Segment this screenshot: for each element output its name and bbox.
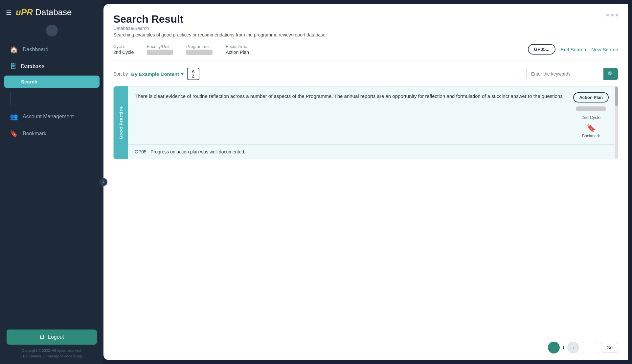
sidebar-item-account[interactable]: 👥 Account Management [4, 109, 100, 125]
faculty-value [147, 50, 173, 55]
programme-label: Programme: [186, 44, 213, 49]
result-scrollbar-thumb [615, 86, 618, 106]
user-dot-3 [616, 14, 618, 16]
user-dot-2 [611, 14, 614, 16]
meta-cycle: Cycle: 2nd Cycle [113, 44, 134, 55]
header-actions [606, 14, 618, 16]
results-area[interactable]: Good Practice There is clear evidence of… [113, 86, 618, 337]
logout-button[interactable]: ⏻ Logout [7, 330, 97, 345]
logout-icon: ⏻ [39, 334, 45, 340]
sidebar-divider [10, 92, 11, 105]
bookmark-label: Bookmark [582, 134, 600, 138]
sidebar: ☰ uPR Database 🏠 Dashboard 🗄 Database Se… [0, 0, 103, 364]
meta-programme: Programme: [186, 44, 213, 55]
result-card: Good Practice There is clear evidence of… [113, 86, 618, 159]
logout-label: Logout [48, 334, 64, 340]
logo-u: u [16, 7, 21, 17]
sidebar-header: ☰ uPR Database [0, 0, 103, 25]
page-btn-current[interactable] [548, 342, 560, 353]
meta-focus: Focus Area: Action Plan [226, 44, 249, 55]
sort-chevron-icon: ▾ [181, 71, 184, 77]
az-bottom: Z [192, 74, 194, 79]
logo: uPR Database [16, 7, 72, 17]
page-header: Search Result Database/Search Searching … [113, 14, 618, 37]
cycle-badge [576, 106, 606, 111]
sidebar-item-dashboard[interactable]: 🏠 Dashboard [4, 42, 100, 57]
meta-faculty: Faculty/Unit: [147, 44, 173, 55]
logo-pr: PR [21, 7, 33, 17]
focus-value: Action Plan [226, 50, 249, 55]
result-note: GP05 - Progress on action plan was well … [135, 149, 609, 154]
sidebar-toggle[interactable]: › [100, 178, 107, 186]
page-btn-next[interactable]: › [567, 342, 579, 353]
action-plan-button[interactable]: Action Plan [573, 92, 609, 102]
sidebar-item-search[interactable]: Search [4, 76, 100, 88]
sidebar-subnav: Search [0, 76, 103, 88]
page-header-left: Search Result Database/Search Searching … [113, 14, 327, 37]
result-top: There is clear evidence of routine refle… [128, 86, 615, 145]
result-bottom: GP05 - Progress on action plan was well … [128, 145, 615, 159]
sidebar-item-bookmark[interactable]: 🔖 Bookmark [4, 126, 100, 142]
az-top: A [192, 69, 195, 74]
keyword-search-input[interactable] [527, 69, 603, 79]
sort-group: Sort by By Example Content ▾ A Z [113, 68, 199, 80]
programme-value [186, 50, 213, 55]
copyright: Copyright © 2022. All rights reserved. T… [7, 345, 97, 361]
toolbar: Sort by By Example Content ▾ A Z 🔍 [113, 68, 618, 80]
result-actions: Action Plan 2nd Cycle 🔖 Bookmark [568, 92, 609, 138]
cycle-value: 2nd Cycle [113, 50, 134, 55]
meta-actions: GP05... Edit Search New Search [528, 44, 618, 55]
sidebar-nav: 🏠 Dashboard 🗄 Database [0, 42, 103, 74]
sort-label: Sort by [113, 71, 128, 77]
keyword-search-group: 🔍 [526, 68, 618, 80]
result-scrollbar [615, 86, 618, 159]
sidebar-item-database[interactable]: 🗄 Database [4, 59, 100, 74]
home-icon: 🏠 [10, 46, 18, 54]
sidebar-footer: ⏻ Logout Copyright © 2022. All rights re… [0, 324, 103, 364]
go-button[interactable]: Go [601, 343, 618, 353]
focus-label: Focus Area: [226, 44, 249, 49]
avatar [46, 25, 58, 36]
bookmark-button[interactable]: 🔖 Bookmark [582, 124, 600, 138]
faculty-label: Faculty/Unit: [147, 44, 173, 49]
result-text: There is clear evidence of routine refle… [135, 92, 568, 100]
account-icon: 👥 [10, 113, 18, 121]
gp-badge[interactable]: GP05... [528, 44, 555, 55]
sidebar-item-label-database: Database [21, 64, 44, 70]
sidebar-item-label-account: Account Management [23, 114, 74, 120]
main-inner: Search Result Database/Search Searching … [103, 4, 628, 337]
database-icon: 🗄 [10, 63, 16, 70]
bookmark-icon: 🔖 [587, 124, 596, 132]
hamburger-icon[interactable]: ☰ [6, 9, 12, 16]
page-number: 1 [562, 345, 565, 350]
cycle-label-badge: 2nd Cycle [581, 115, 600, 120]
sort-value: By Example Content [131, 71, 179, 77]
page-subtitle: Searching examples of good practices or … [113, 32, 327, 37]
user-block [606, 14, 618, 16]
keyword-search-button[interactable]: 🔍 [603, 68, 618, 80]
logo-db: Database [33, 7, 72, 17]
page-jump-input[interactable] [582, 342, 598, 353]
search-icon: 🔍 [607, 71, 614, 77]
main-content: Search Result Database/Search Searching … [103, 4, 628, 360]
new-search-link[interactable]: New Search [591, 47, 618, 52]
sidebar-item-label-dashboard: Dashboard [23, 47, 48, 53]
cycle-label: Cycle: [113, 44, 134, 49]
result-body: There is clear evidence of routine refle… [128, 86, 615, 159]
sort-az-button[interactable]: A Z [187, 68, 199, 80]
bookmark-nav-icon: 🔖 [10, 130, 18, 138]
page-title: Search Result [113, 14, 327, 24]
result-label-tag: Good Practice [114, 86, 128, 159]
sidebar-item-label-bookmark: Bookmark [23, 131, 46, 137]
search-meta: Cycle: 2nd Cycle Faculty/Unit: Programme… [113, 44, 618, 60]
breadcrumb: Database/Search [113, 26, 327, 31]
edit-search-link[interactable]: Edit Search [561, 47, 586, 52]
user-dot-1 [606, 14, 609, 16]
sidebar-nav-lower: 👥 Account Management 🔖 Bookmark [0, 92, 103, 142]
pagination-bar: 1 › Go [103, 337, 628, 360]
sort-select[interactable]: By Example Content ▾ [131, 71, 184, 77]
